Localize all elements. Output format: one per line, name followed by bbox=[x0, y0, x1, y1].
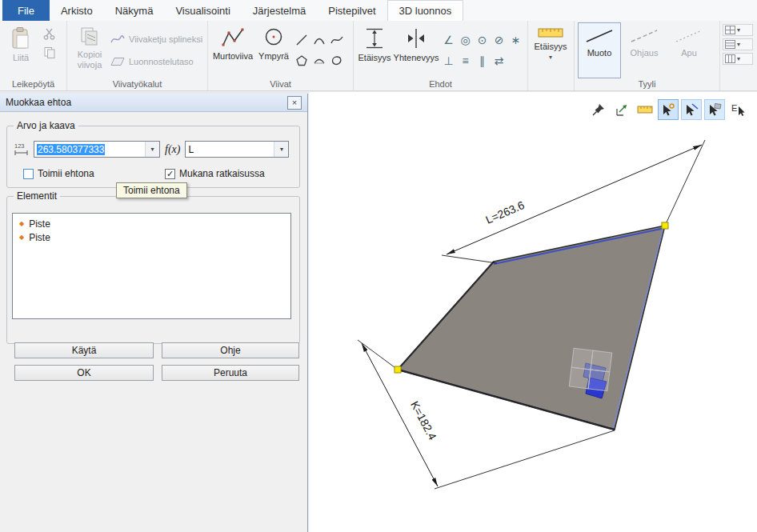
svg-text:E: E bbox=[731, 103, 737, 113]
angle-constraint-icon[interactable]: ∠ bbox=[443, 34, 454, 46]
dimension-k-label: K=182.4 bbox=[408, 399, 439, 442]
chevron-down-icon: ▾ bbox=[737, 27, 740, 34]
tab-arkisto[interactable]: Arkisto bbox=[50, 0, 104, 21]
elements-group-label: Elementit bbox=[14, 190, 60, 202]
copy-button[interactable] bbox=[42, 45, 58, 61]
measure-button[interactable] bbox=[635, 99, 655, 120]
grid-option-button-3[interactable]: ▾ bbox=[723, 53, 753, 65]
polygon-icon[interactable] bbox=[295, 54, 308, 67]
pin-button[interactable] bbox=[588, 99, 609, 120]
symmetry-constraint-icon[interactable]: ⇄ bbox=[495, 55, 504, 66]
dimension-k-extension-top bbox=[358, 340, 398, 370]
cancel-button[interactable]: Peruuta bbox=[162, 365, 299, 381]
select-edge-button[interactable] bbox=[681, 99, 702, 120]
spline-chain-button[interactable]: Viivaketju splineksi bbox=[110, 31, 202, 47]
constraint-checkbox-row: Toimii ehtona bbox=[23, 168, 94, 179]
chevron-down-icon[interactable]: ▾ bbox=[145, 142, 159, 157]
clipboard-group-label: Leikepöytä bbox=[0, 78, 66, 90]
ribbon: Liitä Leikepöytä bbox=[0, 21, 757, 91]
ok-button[interactable]: OK bbox=[14, 365, 154, 381]
concentric-constraint-icon[interactable]: ◎ bbox=[460, 34, 470, 46]
copy-lines-button[interactable]: Kopioi viivoja bbox=[70, 22, 109, 78]
arc-icon[interactable] bbox=[313, 34, 326, 46]
chevron-down-icon[interactable]: ▾ bbox=[274, 142, 288, 157]
style-aux-label: Apu bbox=[681, 48, 697, 58]
style-shape-label: Muoto bbox=[587, 48, 612, 58]
canvas-toolbar: E bbox=[588, 99, 748, 120]
vertex-marker[interactable] bbox=[662, 222, 668, 229]
sketch-svg: L=263.6 K=182.4 bbox=[309, 92, 757, 532]
arc-chord-icon[interactable] bbox=[313, 54, 326, 67]
style-shape-button[interactable]: Muoto bbox=[578, 22, 621, 78]
select-point-button[interactable] bbox=[658, 99, 679, 120]
list-item[interactable]: ◆ Piste bbox=[13, 217, 290, 230]
style-aux-button[interactable]: Apu bbox=[667, 22, 711, 78]
select-face-button[interactable] bbox=[704, 99, 725, 120]
distance-constraint-icon bbox=[364, 26, 385, 50]
coincidence-button[interactable]: Yhtenevyys bbox=[394, 22, 439, 78]
line-icon[interactable] bbox=[295, 34, 308, 46]
copy-lines-icon bbox=[79, 26, 100, 47]
solution-checkbox[interactable]: ✓ bbox=[165, 169, 175, 179]
tab-pistepilvet[interactable]: Pistepilvet bbox=[317, 0, 387, 21]
value-input-text: 263.580377333 bbox=[37, 144, 105, 155]
constraint-checkbox[interactable] bbox=[23, 169, 34, 179]
closed-curve-icon[interactable] bbox=[330, 54, 343, 67]
dialog-title-bar[interactable]: Muokkaa ehtoa × bbox=[0, 94, 307, 112]
select-point-icon bbox=[661, 102, 675, 117]
select-element-button[interactable]: E bbox=[727, 99, 748, 120]
style-control-button[interactable]: Ohjaus bbox=[623, 22, 666, 78]
chevron-down-icon: ▾ bbox=[549, 54, 552, 61]
line-tools-group-label: Viivatyökalut bbox=[67, 78, 207, 90]
tab-jarjestelma[interactable]: Järjestelmä bbox=[242, 0, 317, 21]
svg-text:123: 123 bbox=[14, 142, 25, 150]
ribbon-tab-bar: File Arkisto Näkymä Visualisointi Järjes… bbox=[0, 0, 757, 21]
circle-icon bbox=[262, 26, 285, 49]
select-face-icon bbox=[707, 102, 722, 117]
sketch-canvas[interactable]: L=263.6 K=182.4 bbox=[309, 92, 757, 532]
dotted-line-icon bbox=[674, 26, 704, 46]
tab-visualisointi[interactable]: Visualisointi bbox=[164, 0, 241, 21]
tab-file[interactable]: File bbox=[2, 0, 50, 21]
apply-button[interactable]: Käytä bbox=[14, 342, 154, 358]
list-item[interactable]: ◆ Piste bbox=[13, 230, 290, 244]
ribbon-group-distance: Etäisyys ▾ bbox=[528, 21, 575, 90]
paste-button[interactable]: Liitä bbox=[3, 22, 38, 78]
sketch-plane-button[interactable]: Luonnostelutaso bbox=[110, 54, 202, 70]
pattern-constraint-icon[interactable]: ∗ bbox=[511, 34, 521, 46]
value-combobox[interactable]: 263.580377333 ▾ bbox=[34, 141, 160, 158]
polyline-icon bbox=[221, 26, 245, 49]
elements-list[interactable]: ◆ Piste ◆ Piste bbox=[12, 213, 291, 319]
paste-label: Liitä bbox=[13, 53, 29, 63]
point-marker-icon: ◆ bbox=[19, 221, 24, 227]
distance-constraint-button[interactable]: Etäisyys bbox=[357, 22, 392, 78]
equal-constraint-icon[interactable]: ≡ bbox=[462, 55, 468, 66]
sketch-plane-label: Luonnostelutaso bbox=[129, 57, 194, 66]
scissors-icon bbox=[43, 27, 56, 40]
tab-3d-luonnos[interactable]: 3D luonnos bbox=[387, 0, 464, 21]
vertex-marker[interactable] bbox=[395, 366, 401, 373]
close-icon[interactable]: × bbox=[287, 96, 302, 110]
help-button[interactable]: Ohje bbox=[162, 342, 299, 358]
grid-icon bbox=[725, 54, 735, 63]
cut-button[interactable] bbox=[42, 26, 58, 42]
constraints-group-label: Ehdot bbox=[354, 78, 527, 90]
perpendicular-constraint-icon[interactable]: ⊥ bbox=[443, 55, 453, 66]
tangent-constraint-icon[interactable]: ⊙ bbox=[478, 34, 487, 46]
grid-option-button-2[interactable]: ▾ bbox=[723, 38, 753, 50]
coincidence-icon bbox=[406, 26, 427, 50]
parallel-constraint-icon[interactable]: ∥ bbox=[479, 55, 485, 66]
grid-option-button-1[interactable]: ▾ bbox=[723, 24, 753, 36]
fit-view-button[interactable] bbox=[611, 99, 632, 120]
distance-tool-label: Etäisyys bbox=[535, 42, 567, 52]
spline-icon[interactable] bbox=[330, 34, 343, 46]
paste-icon bbox=[10, 26, 32, 50]
polyline-label: Murtoviiva bbox=[213, 51, 253, 62]
formula-combobox[interactable]: L ▾ bbox=[185, 141, 289, 158]
polyline-button[interactable]: Murtoviiva bbox=[211, 22, 254, 78]
circle-button[interactable]: Ympyrä bbox=[256, 22, 291, 78]
normal-constraint-icon[interactable]: ⊘ bbox=[495, 34, 504, 46]
dimension-l-line bbox=[447, 145, 702, 254]
distance-tool-button[interactable]: Etäisyys ▾ bbox=[531, 22, 570, 78]
tab-nakyma[interactable]: Näkymä bbox=[104, 0, 165, 21]
